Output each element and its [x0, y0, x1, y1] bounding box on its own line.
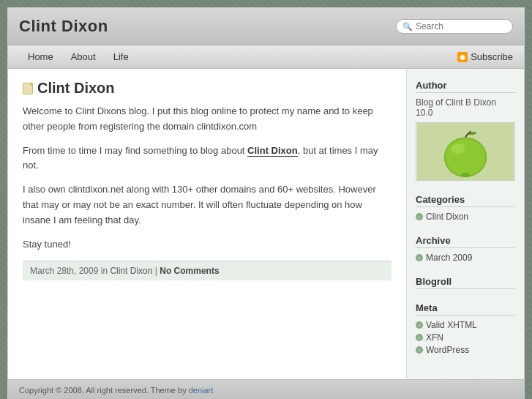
sidebar-meta-xhtml[interactable]: › Valid XHTML: [416, 320, 515, 330]
search-input[interactable]: [416, 21, 503, 31]
sidebar-meta-heading: Meta: [416, 302, 515, 316]
sidebar-author-heading: Author: [416, 80, 515, 93]
svg-point-3: [452, 143, 466, 154]
post-icon: [23, 83, 33, 94]
content-area: Clint Dixon Welcome to Clint Dixons blog…: [8, 69, 524, 379]
footer-theme-link[interactable]: deniart: [189, 386, 214, 395]
sidebar-blogroll-heading: Blogroll: [416, 276, 515, 289]
main-content: Clint Dixon Welcome to Clint Dixons blog…: [8, 69, 407, 379]
sidebar-blogroll-section: Blogroll: [416, 276, 515, 289]
footer: Copyright © 2008. All right reserved. Th…: [8, 379, 524, 399]
sidebar-meta-wp-label: WordPress: [426, 345, 469, 355]
post-paragraph-2: From time to time I may find something t…: [23, 143, 391, 174]
post-category-link[interactable]: Clint Dixon: [110, 266, 152, 276]
arrow-icon-archive: ›: [416, 254, 423, 261]
svg-point-2: [446, 138, 486, 176]
sidebar-category-clintdixon[interactable]: › Clint Dixon: [416, 212, 515, 222]
post-content: Welcome to Clint Dixons blog. I put this…: [23, 104, 391, 252]
post-paragraph-4: Stay tuned!: [23, 237, 391, 253]
post-date: March 28th, 2009: [30, 266, 98, 276]
nav-bar: Home About Life ◉ Subscribe: [8, 45, 524, 69]
arrow-icon-wp: ›: [416, 346, 423, 354]
subscribe-label: Subscribe: [471, 51, 513, 62]
sidebar-category-label: Clint Dixon: [426, 212, 468, 222]
search-icon: 🔍: [402, 22, 413, 31]
arrow-icon-xhtml: ›: [416, 321, 423, 329]
author-image: [416, 122, 515, 181]
sidebar-archive-section: Archive › March 2009: [416, 235, 515, 263]
sidebar: Author Blog of Clint B Dixon 10.0: [407, 69, 524, 379]
sidebar-archive-heading: Archive: [416, 235, 515, 248]
post-paragraph-3: I also own clintdixon.net along with 130…: [23, 182, 391, 228]
nav-item-about[interactable]: About: [62, 45, 105, 68]
sidebar-categories-heading: Categories: [416, 194, 515, 207]
site-title: Clint Dixon: [19, 17, 108, 36]
sidebar-meta-xfn-label: XFN: [426, 332, 443, 343]
nav-item-home[interactable]: Home: [19, 45, 62, 68]
sidebar-meta-section: Meta › Valid XHTML › XFN › WordPress: [416, 302, 515, 355]
nav-links: Home About Life: [19, 45, 138, 68]
sidebar-archive-label: March 2009: [426, 253, 472, 263]
footer-text: Copyright © 2008. All right reserved. Th…: [19, 386, 189, 395]
sidebar-archive-march2009[interactable]: › March 2009: [416, 253, 515, 263]
svg-point-4: [461, 173, 470, 177]
sidebar-meta-wordpress[interactable]: › WordPress: [416, 345, 515, 355]
arrow-icon-xfn: ›: [416, 334, 423, 341]
post-title: Clint Dixon: [23, 80, 391, 97]
arrow-icon: ›: [416, 213, 423, 220]
sidebar-meta-xfn[interactable]: › XFN: [416, 332, 515, 343]
sidebar-meta-xhtml-label: Valid XHTML: [426, 320, 477, 330]
post-in-label: in: [101, 266, 110, 276]
subscribe-button[interactable]: ◉ Subscribe: [457, 51, 513, 62]
rss-icon: ◉: [457, 52, 468, 62]
sidebar-categories-section: Categories › Clint Dixon: [416, 194, 515, 222]
post-paragraph-1: Welcome to Clint Dixons blog. I put this…: [23, 104, 391, 135]
sidebar-author-text: Blog of Clint B Dixon 10.0: [416, 97, 515, 118]
clint-dixon-link[interactable]: Clint Dixon: [247, 145, 298, 157]
post-meta: March 28th, 2009 in Clint Dixon | No Com…: [23, 261, 391, 280]
nav-item-life[interactable]: Life: [105, 45, 138, 68]
sidebar-author-section: Author Blog of Clint B Dixon 10.0: [416, 80, 515, 181]
post-comments-link[interactable]: No Comments: [160, 266, 219, 276]
search-form: 🔍: [396, 19, 513, 34]
